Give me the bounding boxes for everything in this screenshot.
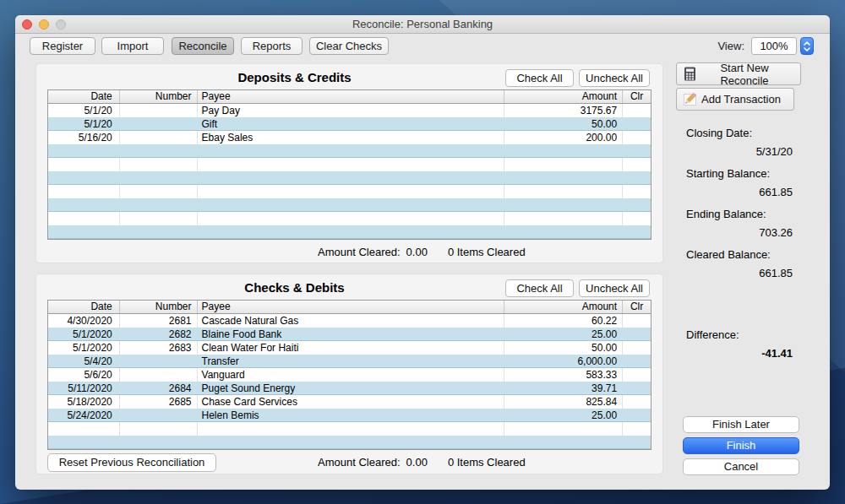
table-row[interactable]: 5/1/20 Gift 50.00 [48,117,651,131]
column-header-number[interactable]: Number [120,301,198,313]
cell-date: 5/1/20 [48,104,120,117]
cell-payee: Ebay Sales [198,131,505,144]
cell-clr[interactable] [623,436,651,449]
cell-amount: 25.00 [504,409,623,422]
column-header-amount[interactable]: Amount [504,301,623,313]
desktop-wallpaper: Reconcile: Personal Banking Register Imp… [0,0,845,504]
cell-payee [198,212,505,225]
cell-amount: 25.00 [504,328,623,341]
cell-payee: Transfer [198,355,505,368]
table-row[interactable]: 4/30/2020 2681 Cascade Natural Gas 60.22 [48,314,651,328]
close-window-button[interactable] [22,19,32,30]
table-row[interactable]: 5/1/2020 2683 Clean Water For Haiti 50.0… [48,341,651,355]
table-row[interactable] [48,212,651,225]
cell-clr[interactable] [623,368,651,382]
cell-number [120,198,198,212]
column-header-payee[interactable]: Payee [198,90,505,103]
column-header-date[interactable]: Date [48,90,120,103]
reset-previous-reconciliation-button[interactable]: Reset Previous Reconciliation [47,453,216,472]
column-header-clr[interactable]: Clr [623,90,651,103]
column-header-payee[interactable]: Payee [198,301,505,313]
finish-later-button[interactable]: Finish Later [683,416,799,433]
cell-clr[interactable] [623,144,651,158]
table-row[interactable]: 5/18/2020 2685 Chase Card Services 825.8… [48,395,651,409]
cell-clr[interactable] [623,171,651,185]
cell-amount: 583.33 [504,368,623,382]
clear-checks-button[interactable]: Clear Checks [309,37,389,55]
checks-check-all-button[interactable]: Check All [505,279,574,297]
deposits-check-all-button[interactable]: Check All [505,69,574,87]
table-row[interactable]: 5/24/2020 Helen Bemis 25.00 [48,409,651,422]
difference-label: Difference: [686,328,739,341]
cell-clr[interactable] [623,314,651,328]
cell-amount [504,422,623,436]
cell-clr[interactable] [623,158,651,171]
cell-date: 5/1/2020 [48,328,120,341]
cell-date: 5/1/2020 [48,341,120,355]
table-row[interactable] [48,144,651,158]
zoom-window-button[interactable] [56,19,66,30]
finish-button[interactable]: Finish [683,437,799,454]
cancel-button[interactable]: Cancel [683,458,799,475]
table-row[interactable] [48,225,651,239]
register-button[interactable]: Register [30,37,95,55]
cell-date [48,185,120,198]
deposits-uncheck-all-button[interactable]: Uncheck All [579,69,650,87]
view-zoom-field[interactable]: 100% [751,37,797,55]
cell-number [120,104,198,117]
cell-clr[interactable] [623,104,651,117]
table-row[interactable] [48,422,651,436]
cell-payee: Pay Day [198,104,505,117]
import-button[interactable]: Import [101,37,164,55]
cell-date: 5/6/20 [48,368,120,382]
reports-button[interactable]: Reports [241,37,303,55]
cell-clr[interactable] [623,409,651,422]
cell-clr[interactable] [623,355,651,368]
view-stepper[interactable] [800,37,814,55]
cell-clr[interactable] [623,117,651,131]
start-new-reconcile-button[interactable]: Start New Reconcile [676,62,801,85]
checks-footer: Amount Cleared: 0.00 0 Items Cleared [318,456,526,469]
table-row[interactable] [48,436,651,449]
cell-clr[interactable] [623,212,651,225]
cell-clr[interactable] [623,225,651,239]
table-row[interactable]: 5/6/20 Vanguard 583.33 [48,368,651,382]
cell-clr[interactable] [623,185,651,198]
cell-amount [504,185,623,198]
table-row[interactable] [48,158,651,171]
cell-payee [198,436,505,449]
column-header-number[interactable]: Number [120,90,198,103]
cell-clr[interactable] [623,341,651,355]
table-row[interactable]: 5/1/2020 2682 Blaine Food Bank 25.00 [48,328,651,341]
table-row[interactable]: 5/11/2020 2684 Puget Sound Energy 39.71 [48,382,651,395]
table-row[interactable]: 5/1/20 Pay Day 3175.67 [48,104,651,117]
minimize-window-button[interactable] [39,19,49,30]
cell-number: 2684 [120,382,198,395]
column-header-clr[interactable]: Clr [623,301,651,313]
table-row[interactable] [48,185,651,198]
cell-clr[interactable] [623,422,651,436]
table-row[interactable]: 5/16/20 Ebay Sales 200.00 [48,131,651,144]
checks-table: Date Number Payee Amount Clr 4/30/2020 2… [47,300,651,450]
table-row[interactable] [48,198,651,212]
window-titlebar[interactable]: Reconcile: Personal Banking [15,15,830,34]
cleared-balance-value: 661.85 [759,267,793,279]
checks-uncheck-all-button[interactable]: Uncheck All [579,279,650,297]
deposits-panel: Deposits & Credits Check All Uncheck All… [35,63,663,263]
checks-panel: Checks & Debits Check All Uncheck All Da… [35,274,663,474]
cell-clr[interactable] [623,395,651,409]
cell-number: 2685 [120,395,198,409]
table-row[interactable]: 5/4/20 Transfer 6,000.00 [48,355,651,368]
deposits-table: Date Number Payee Amount Clr 5/1/20 Pay … [47,89,651,240]
cell-date [48,144,120,158]
cell-clr[interactable] [623,131,651,144]
reconcile-button[interactable]: Reconcile [172,37,234,55]
cell-number [120,436,198,449]
cell-clr[interactable] [623,198,651,212]
cell-clr[interactable] [623,382,651,395]
column-header-amount[interactable]: Amount [504,90,623,103]
table-row[interactable] [48,171,651,185]
cell-clr[interactable] [623,328,651,341]
column-header-date[interactable]: Date [48,301,120,313]
add-transaction-button[interactable]: Add Transaction [676,88,794,111]
